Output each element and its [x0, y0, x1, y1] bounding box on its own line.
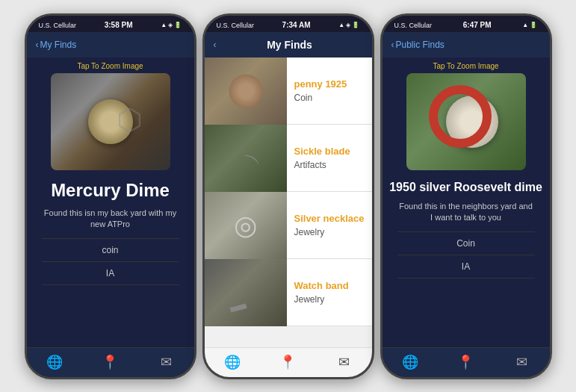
mail-tab-1[interactable]: ✉ — [152, 349, 179, 376]
phones-container: U.S. Cellular 3:58 PM ▲ ◈ 🔋 ‹ My Finds T… — [17, 6, 560, 387]
find-category-3: Coin — [383, 235, 550, 252]
find-desc-1: Found this isn my back yard with my new … — [27, 203, 194, 235]
divider-1a — [42, 238, 179, 239]
nav-bar-3: ‹ Public Finds — [383, 32, 550, 57]
list-item-info-1: Sickle blade Artifacts — [287, 125, 372, 191]
back-label-1[interactable]: My Finds — [40, 40, 77, 50]
list-item-img-1 — [205, 125, 287, 192]
carrier-1: U.S. Cellular — [39, 22, 77, 29]
phone-2: U.S. Cellular 7:34 AM ▲ ◈ 🔋 ‹ My Finds p… — [202, 13, 374, 379]
list-item-title-3: Watch band — [294, 280, 365, 291]
status-icons-1: ▲ ◈ 🔋 — [161, 22, 182, 28]
location-tab-1[interactable]: 📍 — [96, 349, 123, 376]
back-label-3[interactable]: Public Finds — [396, 40, 445, 50]
list-item-cat-3: Jewelry — [294, 294, 365, 305]
back-button-1[interactable]: ‹ My Finds — [36, 40, 77, 50]
list-item-title-1: Sickle blade — [294, 146, 365, 157]
phone2-content: penny 1925 Coin Sickle blade Artifacts — [205, 57, 372, 347]
divider-3a — [397, 231, 535, 232]
chevron-left-icon-2: ‹ — [214, 40, 217, 50]
tab-bar-3: 🌐 📍 ✉ — [383, 347, 550, 377]
find-title-3: 1950 silver Roosevelt dime — [383, 178, 550, 197]
list-item-cat-0: Coin — [294, 93, 365, 103]
globe-tab-2[interactable]: 🌐 — [219, 349, 246, 376]
status-icons-3: ▲ 🔋 — [522, 22, 537, 28]
find-location-3: IA — [383, 258, 550, 275]
find-title-1: Mercury Dime — [27, 178, 194, 203]
tab-bar-1: 🌐 📍 ✉ — [27, 347, 194, 377]
time-2: 7:34 AM — [282, 21, 311, 29]
divider-1b — [42, 261, 179, 262]
nav-bar-2: ‹ My Finds — [205, 32, 372, 57]
list-item-img-3 — [205, 259, 287, 326]
mercury-dime-photo — [51, 73, 170, 170]
list-item-info-2: Silver necklace Jewelry — [287, 192, 372, 258]
necklace-photo — [205, 192, 287, 259]
chevron-left-icon-3: ‹ — [391, 40, 394, 50]
list-item-2[interactable]: Silver necklace Jewelry — [205, 192, 372, 259]
find-image-1[interactable] — [51, 73, 170, 170]
list-item-img-0 — [205, 57, 287, 125]
sickle-photo — [205, 125, 287, 192]
penny-photo — [205, 57, 287, 125]
tap-zoom-1[interactable]: Tap To Zoom Image — [27, 57, 194, 73]
list-item-info-3: Watch band Jewelry — [287, 259, 372, 326]
nav-bar-1: ‹ My Finds — [27, 32, 194, 57]
status-bar-1: U.S. Cellular 3:58 PM ▲ ◈ 🔋 — [27, 16, 194, 32]
watchband-photo — [205, 259, 287, 326]
back-button-3[interactable]: ‹ Public Finds — [391, 40, 445, 50]
phone1-content: Tap To Zoom Image Mercury Dime Found thi… — [27, 57, 194, 347]
mail-tab-2[interactable]: ✉ — [330, 349, 357, 376]
find-location-1: IA — [27, 265, 194, 281]
tab-bar-2: 🌐 📍 ✉ — [205, 347, 372, 377]
location-tab-2[interactable]: 📍 — [274, 349, 301, 376]
list-item-3[interactable]: Watch band Jewelry — [205, 259, 372, 326]
list-item-0[interactable]: penny 1925 Coin — [205, 57, 372, 125]
divider-3b — [397, 255, 535, 255]
list-item-cat-1: Artifacts — [294, 160, 365, 170]
roosevelt-photo — [406, 73, 526, 170]
list-item-cat-2: Jewelry — [294, 227, 365, 237]
list-item-img-2 — [205, 192, 287, 259]
list-item-title-2: Silver necklace — [294, 213, 365, 224]
tap-zoom-3[interactable]: Tap To Zoom Image — [383, 57, 550, 73]
phone3-content: Tap To Zoom Image 1950 silver Roosevelt … — [383, 57, 550, 347]
divider-1c — [42, 284, 179, 285]
list-item-1[interactable]: Sickle blade Artifacts — [205, 125, 372, 192]
globe-tab-3[interactable]: 🌐 — [397, 349, 424, 376]
find-category-1: coin — [27, 242, 194, 258]
carrier-3: U.S. Cellular — [394, 22, 433, 29]
nav-title-2: My Finds — [267, 39, 312, 51]
globe-tab-1[interactable]: 🌐 — [41, 349, 68, 376]
list-item-title-0: penny 1925 — [294, 78, 365, 90]
find-image-3[interactable] — [406, 73, 526, 170]
phone-1: U.S. Cellular 3:58 PM ▲ ◈ 🔋 ‹ My Finds T… — [25, 13, 196, 379]
status-bar-2: U.S. Cellular 7:34 AM ▲ ◈ 🔋 — [205, 16, 372, 32]
divider-3c — [397, 278, 535, 279]
phone-3: U.S. Cellular 6:47 PM ▲ 🔋 ‹ Public Finds… — [380, 13, 552, 379]
list-item-info-0: penny 1925 Coin — [287, 57, 372, 124]
time-1: 3:58 PM — [105, 21, 133, 29]
mail-tab-3[interactable]: ✉ — [508, 349, 535, 376]
status-icons-2: ▲ ◈ 🔋 — [338, 22, 359, 28]
time-3: 6:47 PM — [463, 21, 492, 29]
status-bar-3: U.S. Cellular 6:47 PM ▲ 🔋 — [383, 16, 550, 32]
back-button-2[interactable]: ‹ — [214, 40, 217, 50]
location-tab-3[interactable]: 📍 — [452, 349, 479, 376]
chevron-left-icon-1: ‹ — [36, 40, 39, 50]
find-desc-3: Found this in the neighbors yard and I w… — [383, 196, 550, 228]
carrier-2: U.S. Cellular — [217, 22, 255, 29]
